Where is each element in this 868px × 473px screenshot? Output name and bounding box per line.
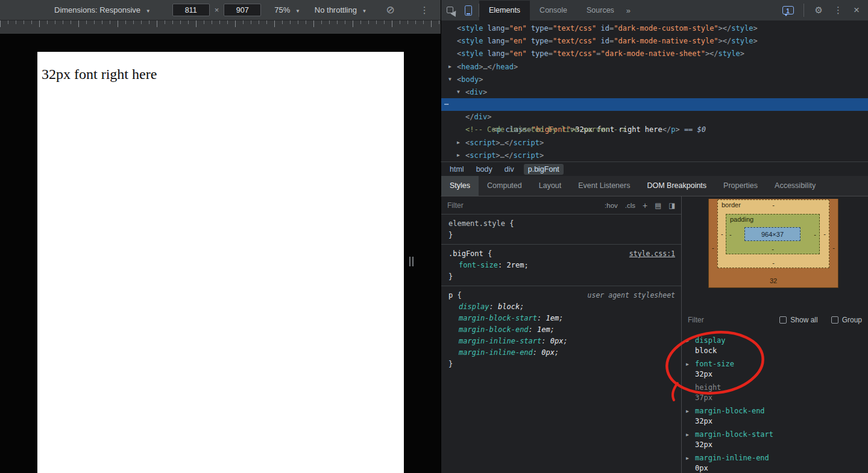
token-p: ></: [719, 37, 732, 45]
box-model-content: 964×37: [744, 227, 800, 241]
dom-node-style-2[interactable]: <style lang="en" type="text/css" id="dar…: [441, 35, 868, 48]
computed-property-row[interactable]: ▶ margin-inline-end 0px: [682, 451, 868, 473]
computed-pane: - - 32 border - - - - padding - - - 964: [681, 196, 868, 473]
console-messages-icon[interactable]: 1: [782, 6, 794, 14]
styles-filter-input[interactable]: [447, 201, 538, 210]
rule-close-line: }: [448, 230, 675, 241]
computed-property-row[interactable]: ▶ font-size 32px: [682, 357, 868, 381]
viewport-height-input[interactable]: [224, 4, 261, 16]
token-brace: }: [448, 231, 453, 239]
dom-node-p-selected[interactable]: ⋯ <p class="bigFont">32px font right her…: [441, 98, 868, 111]
toggle-classes-button[interactable]: .cls: [625, 202, 635, 209]
computed-property-name: margin-inline-end: [695, 453, 868, 463]
breadcrumb-body[interactable]: body: [476, 165, 492, 174]
token-val: "dark-mode-custom-style": [614, 24, 718, 33]
device-toolbar-more-icon[interactable]: ⋮: [420, 5, 429, 16]
rendered-page[interactable]: 32px font right here: [37, 52, 404, 473]
css-property-line[interactable]: margin-inline-end: 0px;: [448, 347, 675, 359]
token-prop: margin-inline-end: [459, 348, 533, 357]
rule-open-line[interactable]: element.style {: [448, 218, 675, 230]
tab-sources[interactable]: Sources: [577, 1, 624, 20]
gear-icon[interactable]: ⚙: [815, 5, 823, 16]
rule-open-line[interactable]: .bigFont {: [448, 248, 492, 260]
tab-layout[interactable]: Layout: [530, 176, 570, 196]
breadcrumb-div[interactable]: div: [505, 165, 514, 174]
tab-elements[interactable]: Elements: [479, 1, 530, 20]
tab-console[interactable]: Console: [530, 1, 577, 20]
token-p: >: [496, 151, 500, 160]
rendering-emulation-icon[interactable]: ▤: [655, 201, 661, 210]
css-property-line[interactable]: font-size: 2rem;: [448, 260, 675, 271]
token-p: >: [496, 139, 500, 147]
computed-property-row[interactable]: ▶ display block: [682, 334, 868, 357]
throttling-dropdown[interactable]: No throttling ▼: [315, 5, 367, 14]
more-tabs-icon[interactable]: »: [626, 6, 631, 15]
expand-arrow-icon[interactable]: ▶: [686, 409, 689, 414]
expand-arrow-icon[interactable]: ▶: [686, 338, 689, 343]
computed-filter-input[interactable]: [688, 316, 752, 324]
token-w: [483, 37, 487, 45]
elements-panel: <style lang="en" type="text/css" id="dar…: [441, 20, 868, 161]
tab-event-listeners[interactable]: Event Listeners: [570, 176, 638, 196]
token-p: >: [487, 113, 491, 121]
tab-properties[interactable]: Properties: [715, 176, 766, 196]
dom-node-comment[interactable]: <!-- Code injected by live-server -->: [441, 124, 868, 136]
computed-property-row[interactable]: height 37px: [682, 381, 868, 404]
dimensions-dropdown[interactable]: Dimensions: Responsive ▼: [54, 5, 151, 14]
gutter-more-icon[interactable]: ⋯: [444, 98, 449, 111]
token-p: =: [505, 49, 509, 58]
expand-arrow-icon[interactable]: ▶: [686, 456, 689, 461]
box-model-border: border - - - - padding - - - 964×37: [717, 199, 829, 268]
token-value: 0px: [541, 348, 555, 357]
breadcrumb-p-bigfont[interactable]: p.bigFont: [524, 164, 564, 175]
close-icon[interactable]: ×: [854, 4, 860, 16]
zoom-dropdown[interactable]: 75% ▼: [274, 5, 300, 14]
breadcrumb-html[interactable]: html: [450, 165, 464, 174]
token-tag: style: [731, 37, 753, 45]
tab-accessibility[interactable]: Accessibility: [766, 176, 824, 196]
css-property-line[interactable]: display: block;: [448, 301, 675, 313]
show-all-checkbox[interactable]: [779, 316, 787, 324]
expand-arrow-icon[interactable]: ▶: [686, 362, 689, 367]
viewport-width-input[interactable]: [172, 4, 210, 16]
tab-styles[interactable]: Styles: [441, 176, 479, 196]
tab-computed[interactable]: Computed: [479, 176, 530, 196]
rule-open-line[interactable]: p {: [448, 290, 462, 301]
css-property-line[interactable]: margin-inline-start: 0px;: [448, 336, 675, 347]
inspect-element-icon[interactable]: [447, 5, 458, 16]
rotate-disabled-icon[interactable]: ⊘: [386, 4, 394, 16]
token-val: "text/css": [553, 49, 596, 58]
page-paragraph: 32px font right here: [37, 66, 404, 83]
token-attr: lang: [488, 24, 505, 33]
device-toolbar: Dimensions: Responsive ▼ × 75% ▼ No thro…: [0, 0, 441, 20]
group-checkbox[interactable]: [831, 316, 838, 324]
token-attr: id: [601, 37, 609, 45]
computed-property-row[interactable]: ▶ margin-block-start 32px: [682, 428, 868, 451]
toggle-hover-state-button[interactable]: :hov: [605, 202, 618, 209]
css-property-line[interactable]: margin-block-start: 1em;: [448, 313, 675, 324]
css-property-line[interactable]: margin-block-end: 1em;: [448, 324, 675, 336]
new-style-rule-button[interactable]: +: [643, 201, 647, 210]
dom-node-head[interactable]: ▶<head>…</head>: [441, 60, 868, 73]
devtools-more-icon[interactable]: ⋮: [834, 5, 843, 16]
dom-node-div[interactable]: ▼<div>: [441, 86, 868, 98]
border-top-value: -: [718, 201, 829, 208]
tab-dom-breakpoints[interactable]: DOM Breakpoints: [638, 176, 715, 196]
expand-arrow-icon[interactable]: ▶: [686, 432, 689, 437]
dom-node-div-close[interactable]: </div>: [441, 111, 868, 124]
viewport-resize-handle[interactable]: [409, 257, 414, 266]
toggle-device-toolbar-icon[interactable]: [465, 5, 472, 16]
computed-property-row[interactable]: ▶ margin-block-end 32px: [682, 404, 868, 428]
dom-node-script-2[interactable]: ▶<script>…</script>: [441, 149, 868, 161]
token-prop: font-size: [459, 261, 498, 269]
token-prop: margin-inline-start: [459, 337, 541, 345]
sidebar-tabs: Styles Computed Layout Event Listeners D…: [441, 176, 868, 196]
dom-node-script-1[interactable]: ▶<script>…</script>: [441, 136, 868, 149]
toggle-computed-sidebar-icon[interactable]: ◨: [668, 201, 675, 210]
computed-property-value: 32px: [695, 369, 868, 380]
dom-node-style-1[interactable]: <style lang="en" type="text/css" id="dar…: [441, 22, 868, 35]
dom-node-style-3[interactable]: <style lang="en" type="text/css"="dark-m…: [441, 48, 868, 60]
dom-node-body[interactable]: ▼<body>: [441, 73, 868, 86]
computed-property-name: margin-block-end: [695, 406, 868, 416]
stylesheet-source-link[interactable]: style.css:1: [629, 248, 675, 260]
